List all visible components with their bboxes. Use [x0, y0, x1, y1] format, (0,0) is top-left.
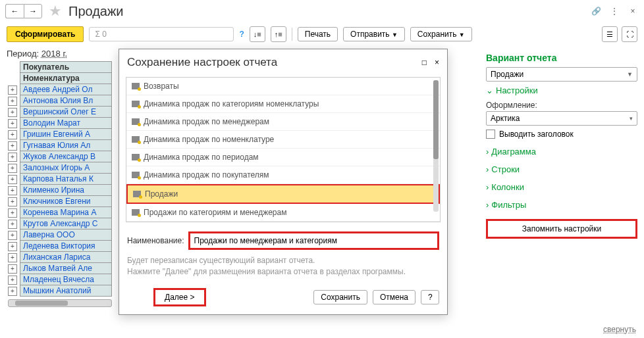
generate-button[interactable]: Сформировать	[7, 26, 84, 42]
period-value[interactable]: 2018 г.	[41, 49, 67, 59]
table-row[interactable]: +Володин Марат	[8, 118, 112, 129]
grid-cell[interactable]: Ключников Евгени	[20, 196, 112, 207]
expand-icon[interactable]: +	[8, 276, 17, 285]
sort-desc-button[interactable]: ↑≡	[271, 26, 286, 42]
grid-cell[interactable]: Жуков Александр В	[20, 151, 112, 162]
dialog-help-button[interactable]: ?	[421, 290, 439, 304]
table-row[interactable]: +Карпова Наталья К	[8, 174, 112, 185]
grid-cell[interactable]: Антонова Юлия Вл	[20, 95, 112, 107]
sum-box[interactable]: Σ 0	[89, 27, 234, 41]
grid-cell[interactable]: Залозных Игорь А	[20, 162, 112, 174]
expand-icon[interactable]: +	[8, 153, 17, 162]
table-row[interactable]: +Ключников Евгени	[8, 196, 112, 207]
report-variant-item[interactable]: Динамика продаж по номенклатуре	[126, 131, 440, 149]
report-variant-item[interactable]: Продажи	[126, 184, 440, 204]
dialog-save-button[interactable]: Сохранить	[313, 290, 367, 304]
dialog-close-icon[interactable]: ×	[435, 58, 439, 67]
report-variant-item[interactable]: Динамика продаж по покупателям	[126, 166, 440, 184]
grid-cell[interactable]: Лаверна ООО	[20, 229, 112, 241]
nav-forward-button[interactable]: →	[24, 4, 42, 18]
expand-icon[interactable]: +	[8, 186, 17, 195]
grid-cell[interactable]: Вершинский Олег Е	[20, 107, 112, 118]
expand-icon[interactable]: +	[8, 164, 17, 173]
expand-icon[interactable]: +	[8, 220, 17, 229]
expand-icon[interactable]: +	[8, 141, 17, 151]
table-row[interactable]: +Лыков Матвей Але	[8, 263, 112, 274]
table-row[interactable]: +Младенец Вячесла	[8, 274, 112, 285]
grid-cell[interactable]: Авдеев Андрей Ол	[20, 84, 112, 95]
table-row[interactable]: +Леденева Виктория	[8, 241, 112, 252]
diagram-section[interactable]: ›Диаграмма	[486, 143, 637, 160]
expand-icon[interactable]: +	[8, 119, 17, 128]
report-variant-item[interactable]: Продажи по категориям и менеджерам	[126, 204, 440, 222]
report-variant-item[interactable]: Возвраты	[126, 78, 440, 95]
expand-icon[interactable]: +	[8, 197, 17, 206]
expand-icon[interactable]: +	[8, 242, 17, 251]
expand-icon[interactable]: +	[8, 253, 17, 262]
expand-icon[interactable]: +	[8, 130, 17, 139]
grid-cell[interactable]: Коренева Марина А	[20, 207, 112, 218]
expand-icon[interactable]: +	[8, 264, 17, 274]
sort-asc-button[interactable]: ↓≡	[250, 26, 265, 42]
settings-section[interactable]: ⌄Настройки	[486, 82, 637, 99]
dialog-vertical-scrollbar[interactable]	[433, 80, 439, 212]
favorite-star-icon[interactable]: ★	[49, 3, 62, 20]
design-select[interactable]: Арктика▾	[486, 111, 637, 126]
horizontal-scrollbar[interactable]	[8, 299, 112, 307]
grid-cell[interactable]: Володин Марат	[20, 118, 112, 129]
table-row[interactable]: +Крутов Александр С	[8, 218, 112, 229]
send-button[interactable]: Отправить ▼	[343, 27, 405, 41]
expand-icon[interactable]: +	[8, 231, 17, 240]
grid-cell[interactable]: Мышкин Анатолий	[20, 285, 112, 297]
show-header-checkbox[interactable]	[486, 130, 495, 139]
print-button[interactable]: Печать	[298, 27, 338, 41]
grid-cell[interactable]: Лыков Матвей Але	[20, 263, 112, 274]
name-input[interactable]	[188, 231, 439, 250]
grid-cell[interactable]: Гришин Евгений А	[20, 129, 112, 140]
grid-cell[interactable]: Крутов Александр С	[20, 218, 112, 229]
grid-cell[interactable]: Младенец Вячесла	[20, 274, 112, 285]
expand-icon[interactable]: +	[8, 287, 17, 296]
expand-icon[interactable]: +	[8, 108, 17, 117]
table-row[interactable]: +Гришин Евгений А	[8, 129, 112, 140]
grid-cell[interactable]: Гугнавая Юлия Ал	[20, 140, 112, 151]
table-row[interactable]: +Лиханская Лариса	[8, 252, 112, 263]
table-row[interactable]: +Мышкин Анатолий	[8, 285, 112, 297]
link-icon[interactable]: 🔗	[590, 5, 602, 17]
report-variant-item[interactable]: Динамика продаж по менеджерам	[126, 113, 440, 131]
table-row[interactable]: +Гугнавая Юлия Ал	[8, 140, 112, 151]
table-row[interactable]: +Лаверна ООО	[8, 229, 112, 241]
more-icon[interactable]: ⋮	[608, 5, 620, 17]
filters-section[interactable]: ›Фильтры	[486, 196, 637, 214]
next-button[interactable]: Далее >	[153, 288, 206, 306]
nav-back-button[interactable]: ←	[5, 4, 24, 18]
table-row[interactable]: +Антонова Юлия Вл	[8, 95, 112, 107]
close-icon[interactable]: ×	[627, 5, 639, 17]
dialog-cancel-button[interactable]: Отмена	[373, 290, 416, 304]
variant-select[interactable]: Продажи▼	[486, 67, 637, 82]
layout-icon[interactable]: ☰	[602, 26, 618, 42]
table-row[interactable]: +Коренева Марина А	[8, 207, 112, 218]
dialog-maximize-icon[interactable]: □	[422, 58, 427, 67]
fullscreen-icon[interactable]: ⛶	[622, 26, 637, 42]
expand-icon[interactable]: +	[8, 175, 17, 184]
grid-cell[interactable]: Клименко Ирина	[20, 185, 112, 196]
rows-section[interactable]: ›Строки	[486, 160, 637, 178]
report-variant-item[interactable]: Динамика продаж по периодам	[126, 149, 440, 166]
report-variant-item[interactable]: Динамика продаж по категориям номенклату…	[126, 95, 440, 113]
cols-section[interactable]: ›Колонки	[486, 178, 637, 196]
table-row[interactable]: +Залозных Игорь А	[8, 162, 112, 174]
expand-icon[interactable]: +	[8, 85, 17, 95]
table-row[interactable]: +Авдеев Андрей Ол	[8, 84, 112, 95]
expand-icon[interactable]: +	[8, 208, 17, 218]
table-row[interactable]: +Клименко Ирина	[8, 185, 112, 196]
expand-icon[interactable]: +	[8, 97, 17, 106]
table-row[interactable]: +Вершинский Олег Е	[8, 107, 112, 118]
collapse-link[interactable]: свернуть	[603, 325, 636, 334]
remember-settings-button[interactable]: Запомнить настройки	[486, 219, 637, 239]
table-row[interactable]: +Жуков Александр В	[8, 151, 112, 162]
grid-cell[interactable]: Карпова Наталья К	[20, 174, 112, 185]
help-icon[interactable]: ?	[239, 30, 244, 39]
save-button[interactable]: Сохранить ▼	[410, 27, 472, 41]
grid-cell[interactable]: Леденева Виктория	[20, 241, 112, 252]
